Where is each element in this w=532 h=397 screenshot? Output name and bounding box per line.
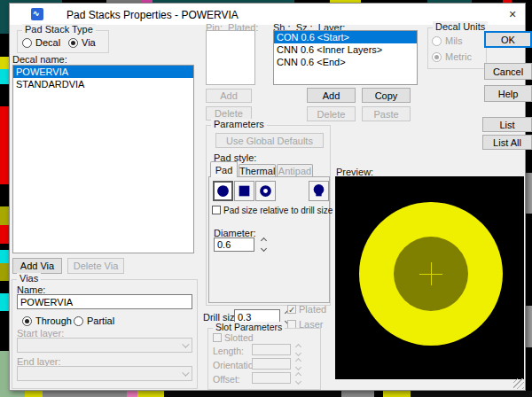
pin-list[interactable] [206,30,255,85]
layer-copy-button[interactable]: Copy [362,88,411,103]
use-global-defaults-button[interactable]: Use Global Defaults [215,133,324,148]
layer-list-item[interactable]: CNN 0.6 <End> [274,56,417,68]
layer-add-button[interactable]: Add [307,88,356,103]
odd-pad-icon [311,183,326,198]
list-all-button[interactable]: List All [482,135,532,150]
delete-via-button[interactable]: Delete Via [67,258,124,274]
radio-mils[interactable]: Mils [432,35,463,46]
slotted-label: Slotted [224,332,254,343]
square-pad-icon [237,183,252,198]
pad-shape-annular-button[interactable] [255,181,276,201]
pad-preview [335,176,524,379]
plated-label: Plated [299,304,326,315]
pad-size-relative-checkbox[interactable] [212,206,221,214]
layer-delete-button[interactable]: Delete [307,106,356,121]
pad-stacks-properties-dialog: ∿ Pad Stacks Properties - POWERVIA ✕ Pad… [9,3,526,391]
desktop-background-right [526,3,532,391]
slot-orientation-stepper[interactable] [293,357,303,370]
parameters-legend: Parameters [211,119,267,129]
app-icon: ∿ [31,8,43,20]
end-layer-combo[interactable] [17,366,192,381]
decal-list-item[interactable]: POWERVIA [13,66,193,78]
radio-via-dot [68,38,78,48]
list-button[interactable]: List [482,117,532,132]
annular-pad-icon [258,183,273,198]
spin-up-icon[interactable] [295,357,301,363]
decal-list-item[interactable]: STANDARDVIA [13,78,193,90]
radio-through-dot [22,316,32,326]
spin-down-icon[interactable] [261,245,267,252]
desktop-background-left [0,0,9,397]
tab-antipad[interactable]: Antipad [277,164,313,177]
decal-units-group: Decal Units [427,27,487,69]
ok-button[interactable]: OK [484,31,532,48]
tab-thermal[interactable]: Thermal [239,164,276,177]
decal-name-list[interactable]: POWERVIA STANDARDVIA [12,65,194,253]
spin-down-icon[interactable] [295,378,301,384]
slot-parameters-legend: Slot Parameters [213,322,285,332]
plated-checkbox[interactable]: ✓ [287,305,296,314]
slot-offset-label: Offset: [213,374,240,385]
pad-size-relative-label: Pad size relative to drill size [223,206,332,215]
pad-shape-circle-button[interactable] [213,181,233,201]
decal-units-legend: Decal Units [433,21,488,32]
desktop-background-bottom [0,391,532,397]
slot-offset-input[interactable] [252,372,291,384]
radio-through[interactable]: Through [22,315,72,326]
tab-pad[interactable]: Pad [210,161,238,177]
diameter-input[interactable] [214,237,254,252]
start-layer-combo[interactable] [17,338,192,353]
preview-crosshair [431,262,432,285]
spin-down-icon[interactable] [295,349,301,355]
radio-partial-dot [74,316,83,326]
pin-add-button[interactable]: Add [206,89,252,103]
spin-up-icon[interactable] [295,371,301,378]
spin-down-icon[interactable] [295,363,301,370]
slot-offset-stepper[interactable] [293,371,303,385]
cancel-button[interactable]: Cancel [484,63,532,80]
pad-stack-type-legend: Pad Stack Type [22,24,96,35]
diameter-stepper[interactable] [259,237,269,253]
vias-legend: Vias [17,273,41,284]
radio-decal-dot [22,38,32,48]
layer-list[interactable]: CON 0.6 <Start> CNN 0.6 <Inner Layers> C… [273,30,418,85]
radio-via[interactable]: Via [68,37,96,48]
radio-metric-dot [432,52,442,62]
via-name-input[interactable] [17,294,192,309]
layer-paste-button[interactable]: Paste [362,106,411,121]
chevron-down-icon [182,340,189,347]
slotted-checkbox[interactable] [213,333,222,342]
slot-length-label: Length: [213,346,244,356]
chevron-down-icon [182,369,189,376]
pad-shape-square-button[interactable] [234,181,254,201]
help-button[interactable]: Help [484,85,532,102]
slot-length-input[interactable] [252,344,291,355]
add-via-button[interactable]: Add Via [12,258,62,274]
spin-up-icon[interactable] [261,237,267,244]
radio-partial[interactable]: Partial [74,315,114,326]
slot-orientation-input[interactable] [252,358,291,370]
radio-mils-dot [432,36,442,46]
radio-metric[interactable]: Metric [432,51,472,62]
layer-list-item[interactable]: CNN 0.6 <Inner Layers> [274,43,417,56]
resize-grip[interactable] [513,378,524,389]
circle-pad-icon [215,183,231,198]
spin-up-icon[interactable] [295,343,301,349]
decal-name-label: Decal name: [12,54,67,65]
layer-list-item[interactable]: CON 0.6 <Start> [274,31,417,43]
close-icon[interactable]: ✕ [505,7,520,21]
window-title: Pad Stacks Properties - POWERVIA [66,9,239,21]
screen: ∿ Pad Stacks Properties - POWERVIA ✕ Pad… [0,0,532,397]
pad-shape-odd-button[interactable] [309,181,329,201]
slot-length-stepper[interactable] [293,343,303,356]
radio-decal[interactable]: Decal [22,37,60,48]
